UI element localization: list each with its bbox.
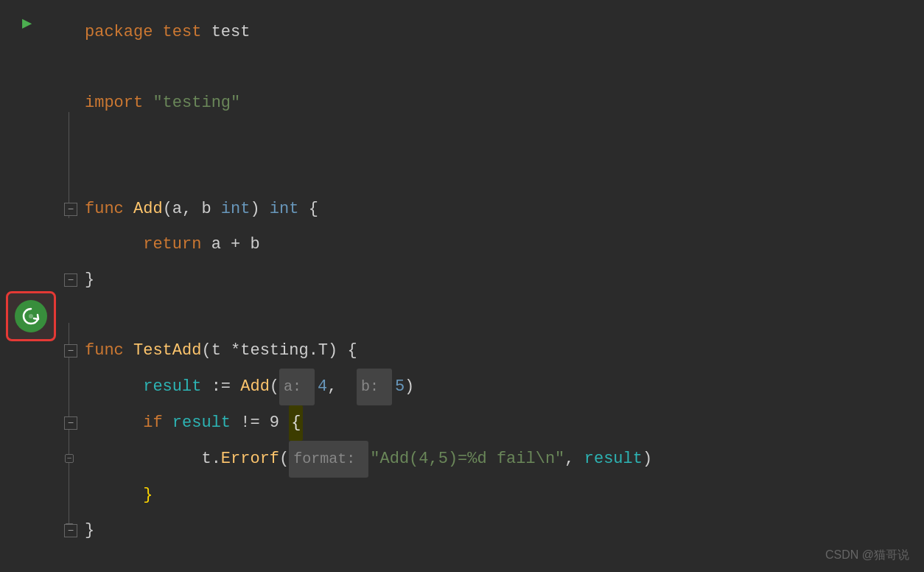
format-string: "Add(4,5)=%d fail\n" bbox=[370, 442, 564, 477]
line-return: return a + b bbox=[85, 227, 909, 262]
testadd-params: (t *testing.T) { bbox=[201, 333, 357, 369]
return-expr: a + b bbox=[201, 227, 259, 262]
return-indent bbox=[85, 227, 143, 262]
errorf-comma: , bbox=[564, 442, 584, 477]
svg-point-0 bbox=[29, 314, 33, 318]
comma-1: , bbox=[327, 369, 357, 405]
if-result: result bbox=[172, 405, 231, 441]
top-run-arrow[interactable]: ▶ bbox=[22, 13, 32, 33]
kw-if: if bbox=[143, 405, 162, 441]
import-string: "testing" bbox=[153, 86, 240, 121]
close-add-brace: } bbox=[85, 262, 94, 298]
line-func-add: − func Add (a, b int ) int { bbox=[85, 192, 909, 227]
space-2 bbox=[124, 333, 133, 369]
fold-marker-if-close[interactable]: − bbox=[65, 454, 74, 463]
call-add: Add bbox=[240, 369, 270, 405]
func-name-add: Add bbox=[133, 192, 163, 227]
if-space bbox=[163, 405, 172, 441]
type-int-2: int bbox=[270, 192, 299, 227]
line-func-testadd: − func TestAdd (t *testing.T) { bbox=[85, 333, 909, 369]
run-button-inner bbox=[15, 300, 47, 332]
fold-marker-if[interactable]: − bbox=[64, 416, 77, 430]
errorf-paren: ( bbox=[279, 442, 289, 477]
watermark: CSDN @猫哥说 bbox=[825, 548, 909, 563]
val-5: 5 bbox=[395, 369, 405, 405]
line-close-testadd: − } bbox=[85, 513, 909, 548]
close-testadd-brace: } bbox=[85, 513, 94, 548]
hint-b: b: bbox=[357, 369, 392, 405]
line-result: result := Add ( a: 4 , b: 5 ) bbox=[85, 369, 909, 405]
val-4: 4 bbox=[318, 369, 327, 405]
func-name-testadd: TestAdd bbox=[133, 333, 201, 369]
line-if: − if result != 9 { bbox=[85, 405, 909, 441]
type-int-1: int bbox=[221, 192, 251, 227]
line-errorf: t. Errorf ( format: "Add(4,5)=%d fail\n"… bbox=[85, 441, 909, 478]
result-indent bbox=[85, 369, 143, 405]
if-neq: != 9 bbox=[231, 405, 289, 441]
errorf-func: Errorf bbox=[221, 442, 279, 477]
errorf-close: ) bbox=[643, 442, 652, 477]
close-if-brace: } bbox=[143, 478, 153, 513]
hint-format: format: bbox=[289, 441, 368, 478]
line-import: import "testing" bbox=[85, 86, 909, 121]
kw-func-1: func bbox=[85, 192, 124, 227]
call-paren: ( bbox=[270, 369, 279, 405]
kw-func-2: func bbox=[85, 333, 124, 369]
add-params: (a, b bbox=[163, 192, 221, 227]
line-blank-3 bbox=[85, 156, 909, 192]
import-space bbox=[143, 86, 153, 121]
fold-marker-add-close[interactable]: − bbox=[64, 273, 77, 287]
var-result: result bbox=[143, 369, 201, 405]
errorf-t: t. bbox=[201, 442, 220, 477]
add-ret: ) bbox=[250, 192, 269, 227]
line-package: package test test bbox=[85, 15, 909, 50]
package-name: test bbox=[201, 15, 250, 50]
fold-marker-testadd[interactable]: − bbox=[64, 344, 77, 358]
code-area: package test test import "testing" − fun… bbox=[77, 0, 924, 572]
keyword-package: package test bbox=[85, 15, 201, 50]
add-brace: { bbox=[298, 192, 318, 227]
line-close-add: − } bbox=[85, 262, 909, 298]
fold-marker-add[interactable]: − bbox=[64, 203, 77, 216]
if-indent bbox=[85, 405, 143, 441]
close-if-indent bbox=[85, 478, 143, 513]
line-close-if: } bbox=[85, 478, 909, 513]
keyword-import: import bbox=[85, 86, 143, 121]
if-open-brace: { bbox=[289, 405, 303, 441]
rerun-icon bbox=[21, 306, 41, 327]
line-blank-1 bbox=[85, 50, 909, 86]
call-close-paren: ) bbox=[405, 369, 414, 405]
run-test-button[interactable] bbox=[6, 291, 56, 341]
line-blank-4 bbox=[85, 298, 909, 333]
line-blank-2 bbox=[85, 121, 909, 156]
hint-a: a: bbox=[279, 369, 315, 405]
editor-container: ▶ − − package test test bbox=[0, 0, 924, 572]
space-1 bbox=[124, 192, 133, 227]
fold-marker-testadd-close[interactable]: − bbox=[64, 524, 77, 537]
errorf-result: result bbox=[584, 442, 643, 477]
kw-return: return bbox=[143, 227, 201, 262]
errorf-indent bbox=[85, 442, 201, 477]
assign-op: := bbox=[201, 369, 240, 405]
